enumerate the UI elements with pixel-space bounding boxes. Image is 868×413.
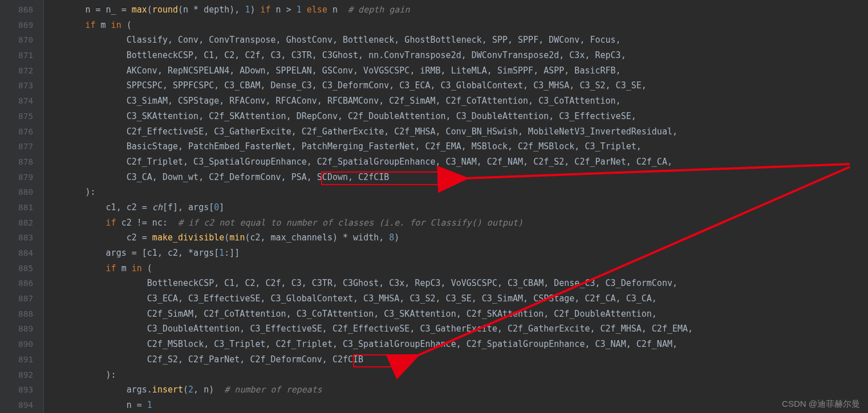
code-line[interactable]: C2f_EffectiveSE, C3_GatherExcite, C2f_Ga… — [44, 124, 693, 140]
code-line[interactable]: BasicStage, PatchEmbed_FasterNet, PatchM… — [44, 139, 693, 154]
line-number: 885 — [18, 261, 33, 276]
line-number: 881 — [18, 200, 33, 215]
line-number: 879 — [18, 170, 33, 185]
line-number: 872 — [18, 63, 33, 79]
code-line[interactable]: C3_ECA, C3_EffectiveSE, C3_GlobalContext… — [44, 291, 693, 306]
code-area[interactable]: n = n_ = max(round(n * depth), 1) if n >… — [44, 0, 693, 413]
line-number: 891 — [18, 352, 33, 367]
code-line[interactable]: n = 1 — [44, 398, 693, 413]
code-line[interactable]: args.insert(2, n) # number of repeats — [44, 382, 693, 398]
line-number: 880 — [18, 185, 33, 200]
code-line[interactable]: Classify, Conv, ConvTranspose, GhostConv… — [44, 32, 693, 48]
code-line[interactable]: ): — [44, 185, 693, 200]
code-line[interactable]: if m in ( — [44, 261, 693, 276]
fold-gutter — [0, 0, 6, 413]
code-line[interactable]: C3_CA, Down_wt, C2f_DeformConv, PSA, SCD… — [44, 170, 693, 185]
code-line[interactable]: args = [c1, c2, *args[1:]] — [44, 246, 693, 261]
line-number: 887 — [18, 291, 33, 306]
code-line[interactable]: C2f_SimAM, C2f_CoTAttention, C3_CoTAtten… — [44, 306, 693, 322]
code-line[interactable]: c1, c2 = ch[f], args[0] — [44, 200, 693, 215]
code-line[interactable]: if c2 != nc: # if c2 not equal to number… — [44, 215, 693, 231]
code-line[interactable]: C3_DoubleAttention, C3_EffectiveSE, C2f_… — [44, 321, 693, 337]
line-number: 869 — [18, 18, 33, 33]
line-number-gutter: 8688698708718728738748758768778788798808… — [6, 0, 44, 413]
line-number: 882 — [18, 215, 33, 231]
line-number: 874 — [18, 93, 33, 109]
code-line[interactable]: SPPCSPC, SPPFCSPC, C3_CBAM, Dense_C3, C3… — [44, 78, 693, 93]
code-editor: 8688698708718728738748758768778788798808… — [0, 0, 868, 413]
line-number: 875 — [18, 109, 33, 124]
line-number: 884 — [18, 246, 33, 261]
code-line[interactable]: ): — [44, 367, 693, 383]
line-number: 870 — [18, 32, 33, 48]
code-line[interactable]: c2 = make_divisible(min(c2, max_channels… — [44, 230, 693, 246]
line-number: 871 — [18, 48, 33, 63]
line-number: 883 — [18, 230, 33, 246]
code-line[interactable]: C3_SimAM, CSPStage, RFAConv, RFCAConv, R… — [44, 93, 693, 109]
line-number: 894 — [18, 398, 33, 413]
code-line[interactable]: AKConv, RepNCSPELAN4, ADown, SPPELAN, GS… — [44, 63, 693, 79]
code-line[interactable]: BottleneckCSP, C1, C2, C2f, C3, C3TR, C3… — [44, 48, 693, 63]
code-line[interactable]: C2f_MSBlock, C3_Triplet, C2f_Triplet, C3… — [44, 337, 693, 352]
watermark: CSDN @迪菲赫尔曼 — [782, 399, 860, 410]
line-number: 892 — [18, 367, 33, 383]
line-number: 877 — [18, 139, 33, 154]
code-line[interactable]: BottleneckCSP, C1, C2, C2f, C3, C3TR, C3… — [44, 276, 693, 291]
code-line[interactable]: C3_SKAttention, C2f_SKAttention, DRepCon… — [44, 109, 693, 124]
line-number: 876 — [18, 124, 33, 140]
code-line[interactable]: if m in ( — [44, 18, 693, 33]
line-number: 873 — [18, 78, 33, 93]
code-line[interactable]: C2f_Triplet, C3_SpatialGroupEnhance, C2f… — [44, 154, 693, 170]
line-number: 893 — [18, 382, 33, 398]
line-number: 889 — [18, 321, 33, 337]
line-number: 890 — [18, 337, 33, 352]
line-number: 886 — [18, 276, 33, 291]
line-number: 878 — [18, 154, 33, 170]
line-number: 888 — [18, 306, 33, 322]
line-number: 868 — [18, 2, 33, 18]
code-line[interactable]: n = n_ = max(round(n * depth), 1) if n >… — [44, 2, 693, 18]
code-line[interactable]: C2f_S2, C2f_ParNet, C2f_DeformConv, C2fC… — [44, 352, 693, 367]
